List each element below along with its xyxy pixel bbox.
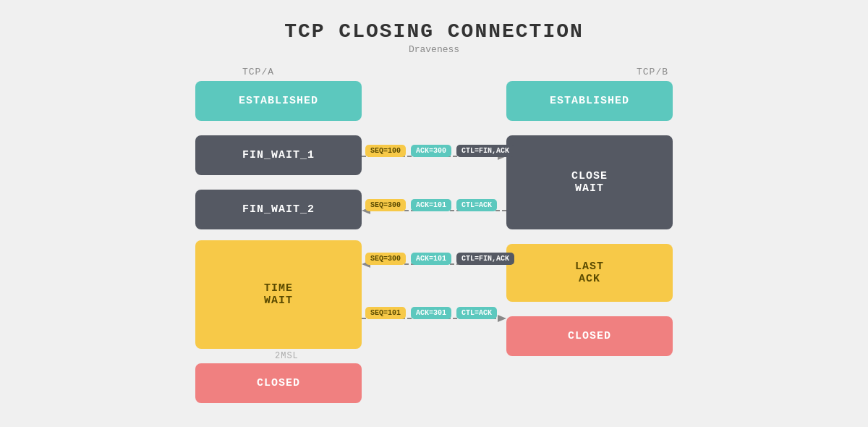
col-a-label: TCP/A: [242, 67, 274, 77]
pkt-seq-row3: SEQ=300: [365, 253, 406, 265]
svg-marker-7: [498, 315, 506, 322]
subtitle: Draveness: [284, 44, 584, 55]
pkt-seq-row4: SEQ=101: [365, 307, 406, 319]
pkt-seq-row2: SEQ=300: [365, 199, 406, 211]
diagram: TCP/A TCP/B ESTABLISHED FIN_WAIT_1 FIN_W…: [72, 67, 796, 407]
state-established-a: ESTABLISHED: [195, 81, 362, 121]
pkt-seq-row1: SEQ=100: [365, 145, 406, 157]
pkt-ack-row4: ACK=301: [411, 307, 451, 319]
pkt-ack-row3: ACK=101: [411, 253, 451, 265]
pkt-ack-row1: ACK=300: [411, 145, 451, 157]
pkt-ctl-row2: CTL=ACK: [456, 199, 497, 211]
state-fin-wait-2: FIN_WAIT_2: [195, 190, 362, 229]
state-closed-a: CLOSED: [195, 363, 362, 403]
state-close-wait: CLOSE WAIT: [506, 135, 673, 229]
state-time-wait: TIME WAIT: [195, 240, 362, 349]
state-fin-wait-1: FIN_WAIT_1: [195, 135, 362, 175]
state-closed-b: CLOSED: [506, 316, 673, 356]
state-established-b: ESTABLISHED: [506, 81, 673, 121]
state-last-ack: LAST ACK: [506, 244, 673, 302]
col-b-label: TCP/B: [637, 67, 668, 77]
pkt-ctl-row3: CTL=FIN,ACK: [456, 253, 514, 265]
pkt-ack-row2: ACK=101: [411, 199, 451, 211]
label-2msl: 2MSL: [275, 351, 299, 361]
page-title: TCP CLOSING CONNECTION: [284, 20, 584, 43]
pkt-ctl-row1: CTL=FIN,ACK: [456, 145, 514, 157]
pkt-ctl-row4: CTL=ACK: [456, 307, 497, 319]
